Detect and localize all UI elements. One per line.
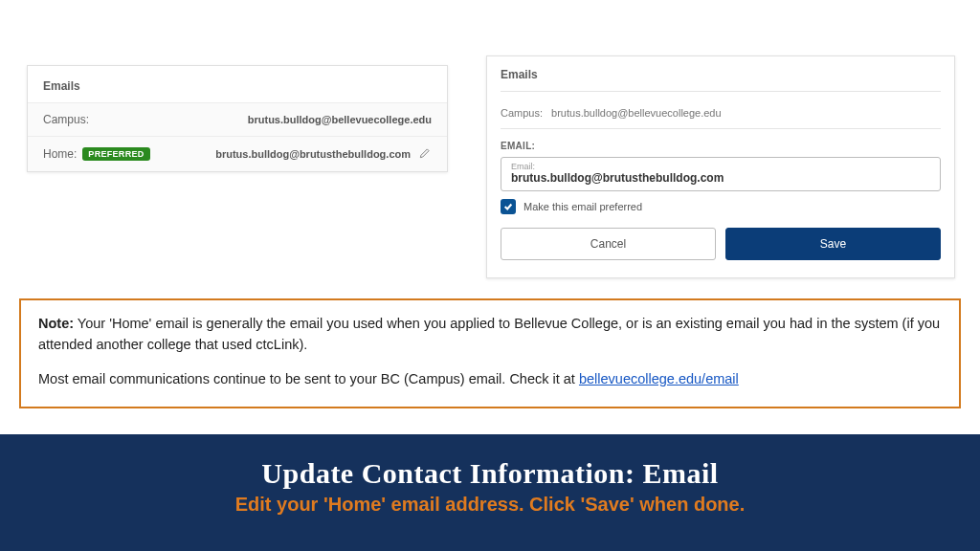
note-line-2: Most email communications continue to be… [38, 371, 579, 386]
footer-title: Update Contact Information: Email [0, 457, 980, 490]
email-row-label: Campus: [43, 113, 89, 126]
cancel-button[interactable]: Cancel [501, 228, 716, 260]
slide-footer: Update Contact Information: Email Edit y… [0, 434, 980, 551]
campus-label: Campus: [501, 107, 543, 119]
preferred-checkbox-label: Make this email preferred [523, 201, 642, 212]
email-edit-header: Emails [501, 68, 941, 92]
note-box: Note: Your 'Home' email is generally the… [19, 298, 961, 408]
note-link[interactable]: bellevuecollege.edu/email [579, 371, 739, 386]
preferred-badge: PREFERRED [82, 147, 149, 161]
email-row-value: brutus.bulldog@brutusthebulldog.com [215, 148, 411, 160]
save-button[interactable]: Save [725, 228, 941, 260]
email-row-value: brutus.bulldog@bellevuecollege.edu [248, 114, 432, 125]
emails-list-header: Emails [28, 66, 447, 103]
email-row-campus: Campus: brutus.bulldog@bellevuecollege.e… [28, 103, 447, 137]
note-line-1: Your 'Home' email is generally the email… [38, 316, 940, 352]
email-row-home[interactable]: Home: PREFERRED brutus.bulldog@brutusthe… [28, 137, 447, 171]
campus-value: brutus.bulldog@bellevuecollege.edu [551, 107, 722, 119]
email-section-label: EMAIL: [501, 128, 941, 157]
preferred-checkbox-row[interactable]: Make this email preferred [501, 199, 941, 214]
email-edit-panel: Emails Campus: brutus.bulldog@bellevueco… [486, 55, 955, 278]
note-bold: Note: [38, 316, 74, 331]
emails-list-panel: Emails Campus: brutus.bulldog@bellevueco… [27, 65, 448, 172]
edit-icon[interactable] [418, 146, 432, 162]
campus-readonly-line: Campus: brutus.bulldog@bellevuecollege.e… [501, 101, 941, 128]
preferred-checkbox[interactable] [501, 199, 516, 214]
footer-subtitle: Edit your 'Home' email address. Click 'S… [0, 494, 980, 516]
email-field-wrapper[interactable]: Email: [501, 157, 941, 191]
email-row-label: Home: [43, 147, 77, 161]
email-input[interactable] [511, 171, 930, 185]
email-float-label: Email: [511, 162, 930, 171]
